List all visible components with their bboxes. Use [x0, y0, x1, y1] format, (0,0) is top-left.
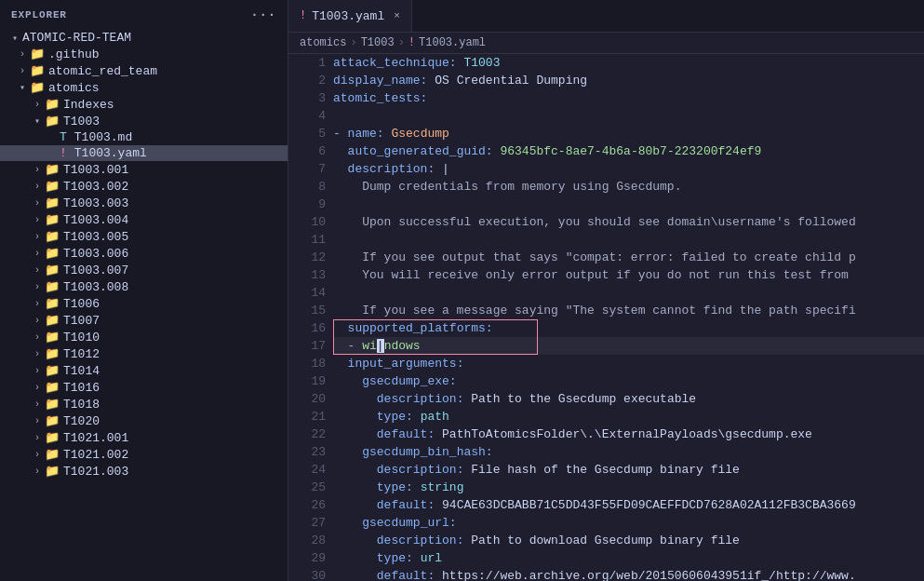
sidebar-item-T1003[interactable]: ▾ 📁 T1003 — [0, 113, 288, 129]
sidebar: EXPLORER ··· ▾ ATOMIC-RED-TEAM › 📁 .gith… — [0, 0, 288, 581]
sidebar-item-label: T1003.007 — [63, 263, 128, 277]
sidebar-item-label: .github — [48, 47, 100, 61]
sidebar-item-label: T1003.004 — [63, 213, 128, 227]
code-line: description: | — [333, 160, 924, 178]
line-number: 15 — [288, 302, 326, 319]
sidebar-item-T1003007[interactable]: › 📁 T1003.007 — [0, 262, 288, 278]
yaml-file-icon: ! — [60, 146, 67, 160]
tab-close-button[interactable]: × — [394, 10, 400, 21]
sidebar-item-T1018[interactable]: › 📁 T1018 — [0, 396, 288, 412]
line-number: 14 — [288, 284, 326, 302]
line-number: 29 — [288, 549, 326, 567]
folder-icon: 📁 — [45, 346, 60, 361]
sidebar-item-T1012[interactable]: › 📁 T1012 — [0, 345, 288, 362]
folder-icon: 📁 — [45, 330, 60, 345]
sidebar-item-label: T1003.md — [74, 130, 132, 144]
line-number: 25 — [288, 479, 326, 496]
more-options-icon[interactable]: ··· — [250, 7, 276, 22]
sidebar-item-T1003006[interactable]: › 📁 T1003.006 — [0, 245, 288, 262]
sidebar-item-T1016[interactable]: › 📁 T1016 — [0, 379, 288, 396]
chevron-down-icon: ▾ — [15, 82, 30, 93]
chevron-right-icon: › — [30, 182, 45, 192]
sidebar-item-label: T1003.003 — [63, 196, 128, 210]
sidebar-item-label: T1018 — [63, 398, 100, 412]
chevron-right-icon: › — [30, 349, 45, 359]
code-line: Dump credentials from memory using Gsecd… — [333, 178, 924, 196]
sidebar-item-T1003003[interactable]: › 📁 T1003.003 — [0, 195, 288, 211]
line-number: 2 — [288, 72, 326, 89]
sidebar-item-label: T1003.yaml — [74, 146, 147, 160]
folder-icon: 📁 — [45, 279, 60, 294]
line-number: 10 — [288, 213, 326, 231]
editor-area: ! T1003.yaml × atomics › T1003 › ! T1003… — [288, 0, 924, 581]
folder-icon: 📁 — [45, 229, 60, 244]
sidebar-item-T1021002[interactable]: › 📁 T1021.002 — [0, 446, 288, 463]
line-number: 30 — [288, 567, 326, 581]
code-line: default: https://web.archive.org/web/201… — [333, 567, 924, 581]
sidebar-item-T1003004[interactable]: › 📁 T1003.004 — [0, 211, 288, 228]
sidebar-item-T1003008[interactable]: › 📁 T1003.008 — [0, 278, 288, 295]
sidebar-item-label: T1003.006 — [63, 247, 128, 261]
line-number: 12 — [288, 249, 326, 266]
code-line: description: File hash of the Gsecdump b… — [333, 461, 924, 479]
line-number: 6 — [288, 142, 326, 160]
sidebar-item-label: Indexes — [63, 98, 114, 112]
folder-icon: 📁 — [45, 179, 60, 194]
sidebar-item-T1003-yaml[interactable]: ! T1003.yaml — [0, 145, 288, 161]
sidebar-item-T1003001[interactable]: › 📁 T1003.001 — [0, 161, 288, 178]
active-tab[interactable]: ! T1003.yaml × — [288, 0, 412, 32]
code-line: supported_platforms: — [333, 319, 924, 337]
folder-icon: 📁 — [45, 464, 60, 479]
chevron-right-icon: › — [30, 399, 45, 410]
chevron-right-icon: › — [30, 215, 45, 225]
code-line: - name: Gsecdump — [333, 125, 924, 142]
sidebar-item-label: T1003.008 — [63, 280, 128, 294]
breadcrumb: atomics › T1003 › ! T1003.yaml — [288, 33, 924, 54]
code-line: default: PathToAtomicsFolder\.\ExternalP… — [333, 426, 924, 443]
sidebar-item-label: T1014 — [63, 364, 100, 378]
folder-icon: 📁 — [45, 97, 60, 112]
tab-bar: ! T1003.yaml × — [288, 0, 924, 33]
chevron-right-icon: › — [30, 466, 45, 477]
code-line: attack_technique: T1003 — [333, 54, 924, 72]
code-editor[interactable]: attack_technique: T1003display_name: OS … — [333, 54, 924, 581]
sidebar-item-T1003-md[interactable]: T T1003.md — [0, 129, 288, 145]
code-line — [333, 107, 924, 125]
folder-icon: 📁 — [45, 413, 60, 428]
sidebar-header-actions: ··· — [250, 7, 276, 22]
line-number: 23 — [288, 443, 326, 461]
breadcrumb-file: T1003.yaml — [419, 36, 486, 49]
sidebar-item-T1007[interactable]: › 📁 T1007 — [0, 312, 288, 329]
sidebar-item-T1006[interactable]: › 📁 T1006 — [0, 295, 288, 312]
breadcrumb-atomics: atomics — [300, 36, 346, 49]
line-number: 24 — [288, 461, 326, 479]
code-line: gsecdump_exe: — [333, 372, 924, 390]
sidebar-item-atomic-red-team[interactable]: › 📁 atomic_red_team — [0, 62, 288, 79]
sidebar-item-T1003002[interactable]: › 📁 T1003.002 — [0, 178, 288, 195]
sidebar-item-T1021001[interactable]: › 📁 T1021.001 — [0, 429, 288, 446]
sidebar-item-label: T1003.002 — [63, 180, 128, 194]
chevron-right-icon: › — [30, 366, 45, 376]
sidebar-item-T1003005[interactable]: › 📁 T1003.005 — [0, 228, 288, 245]
sidebar-item-T1020[interactable]: › 📁 T1020 — [0, 412, 288, 429]
tree-root[interactable]: ▾ ATOMIC-RED-TEAM — [0, 30, 288, 46]
code-line: display_name: OS Credential Dumping — [333, 72, 924, 89]
folder-icon: 📁 — [45, 380, 60, 395]
line-number: 16 — [288, 319, 326, 337]
sidebar-item-github[interactable]: › 📁 .github — [0, 46, 288, 62]
folder-icon: 📁 — [30, 63, 45, 78]
md-file-icon: T — [60, 130, 67, 144]
sidebar-item-indexes[interactable]: › 📁 Indexes — [0, 96, 288, 113]
code-line: You will receive only error output if yo… — [333, 266, 924, 284]
sidebar-item-T1010[interactable]: › 📁 T1010 — [0, 329, 288, 345]
line-number: 4 — [288, 107, 326, 125]
sidebar-item-T1014[interactable]: › 📁 T1014 — [0, 362, 288, 379]
line-number: 17 — [288, 337, 326, 355]
sidebar-item-T1021003[interactable]: › 📁 T1021.003 — [0, 463, 288, 480]
code-line: gsecdump_bin_hash: — [333, 443, 924, 461]
chevron-right-icon: › — [30, 100, 45, 110]
sidebar-item-atomics[interactable]: ▾ 📁 atomics — [0, 79, 288, 96]
code-line: type: string — [333, 479, 924, 496]
sidebar-item-label: T1003.005 — [63, 230, 128, 244]
line-number: 1 — [288, 54, 326, 72]
